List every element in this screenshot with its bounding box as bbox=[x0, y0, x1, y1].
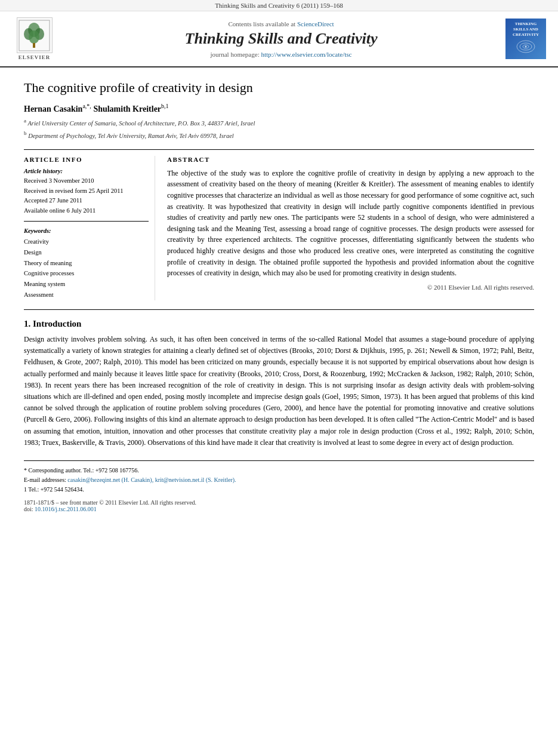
homepage-link[interactable]: http://www.elsevier.com/locate/tsc bbox=[261, 51, 352, 58]
tel1-label: 1 Tel.: +972 544 526434. bbox=[24, 486, 84, 493]
history-item-4: Available online 6 July 2011 bbox=[24, 206, 149, 216]
intro-section: 1. Introduction Design activity involves… bbox=[24, 319, 534, 448]
article-title: The cognitive profile of creativity in d… bbox=[24, 79, 534, 97]
svg-point-10 bbox=[525, 46, 526, 48]
history-item-2: Received in revised form 25 April 2011 bbox=[24, 186, 149, 196]
corresponding-author: * Corresponding author. Tel.: +972 508 1… bbox=[24, 466, 534, 475]
author-a-name: Hernan Casakin bbox=[24, 104, 82, 113]
affil-b-text: Department of Psychology, Tel Aviv Unive… bbox=[28, 132, 234, 139]
keywords-label: Keywords: bbox=[24, 228, 149, 234]
keyword-5: Meaning system bbox=[24, 279, 149, 290]
logo-box bbox=[17, 17, 53, 53]
banner-text: Thinking Skills and Creativity 6 (2011) … bbox=[215, 2, 343, 9]
history-item-1: Received 3 November 2010 bbox=[24, 176, 149, 186]
elsevier-label: ELSEVIER bbox=[19, 54, 51, 60]
section-divider bbox=[24, 309, 534, 310]
email-label: E-mail addresses: bbox=[24, 477, 66, 483]
journal-title: Thinking Skills and Creativity bbox=[63, 30, 500, 48]
elsevier-logo: ELSEVIER bbox=[12, 17, 57, 60]
affiliations: a Ariel University Center of Samaria, Sc… bbox=[24, 117, 534, 140]
cover-label: THINKINGSKILLS ANDCREATIVITY bbox=[511, 20, 541, 58]
svg-point-4 bbox=[29, 30, 39, 44]
contents-text: Contents lists available at bbox=[228, 20, 295, 27]
sciencedirect-link[interactable]: ScienceDirect bbox=[297, 20, 334, 27]
abstract-label: ABSTRACT bbox=[167, 156, 534, 163]
keyword-2: Design bbox=[24, 247, 149, 258]
elsevier-tree-icon bbox=[18, 19, 51, 52]
doi-link[interactable]: 10.1016/j.tsc.2011.06.001 bbox=[35, 506, 97, 512]
journal-center: Contents lists available at ScienceDirec… bbox=[57, 20, 505, 58]
history-item-3: Accepted 27 June 2011 bbox=[24, 196, 149, 206]
journal-homepage: journal homepage: http://www.elsevier.co… bbox=[63, 51, 500, 58]
corresponding-label: * Corresponding author. Tel.: +972 508 1… bbox=[24, 467, 139, 474]
contents-line: Contents lists available at ScienceDirec… bbox=[63, 20, 500, 27]
article-history-label: Article history: bbox=[24, 168, 149, 174]
affiliation-b: b Department of Psychology, Tel Aviv Uni… bbox=[24, 130, 534, 140]
top-banner: Thinking Skills and Creativity 6 (2011) … bbox=[0, 0, 558, 11]
main-content: The cognitive profile of creativity in d… bbox=[0, 67, 558, 524]
keyword-1: Creativity bbox=[24, 236, 149, 247]
affil-a-letter: a bbox=[24, 118, 26, 124]
homepage-label: journal homepage: bbox=[211, 51, 260, 58]
keyword-6: Assessment bbox=[24, 290, 149, 300]
svg-rect-5 bbox=[33, 43, 35, 48]
journal-header: ELSEVIER Contents lists available at Sci… bbox=[0, 11, 558, 67]
author-b-name: Shulamith Kreitler bbox=[93, 104, 161, 113]
copyright-line: © 2011 Elsevier Ltd. All rights reserved… bbox=[167, 284, 534, 291]
tel1-line: 1 Tel.: +972 544 526434. bbox=[24, 485, 534, 494]
page: Thinking Skills and Creativity 6 (2011) … bbox=[0, 0, 558, 756]
keywords-divider bbox=[24, 221, 149, 222]
affil-a-text: Ariel University Center of Samaria, Scho… bbox=[27, 120, 255, 127]
footer-bottom: 1871-1871/$ – see front matter © 2011 El… bbox=[24, 499, 534, 512]
abstract-text: The objective of the study was to explor… bbox=[167, 168, 534, 279]
intro-heading: 1. Introduction bbox=[24, 319, 534, 329]
email-link[interactable]: casakin@hezeqint.net (H. Casakin), krit@… bbox=[67, 477, 236, 483]
keyword-4: Cognitive processes bbox=[24, 268, 149, 279]
footer-section: * Corresponding author. Tel.: +972 508 1… bbox=[24, 460, 534, 512]
affil-b-letter: b bbox=[24, 130, 27, 136]
intro-paragraph-1: Design activity involves problem solving… bbox=[24, 334, 534, 448]
email-line: E-mail addresses: casakin@hezeqint.net (… bbox=[24, 475, 534, 485]
article-info-column: ARTICLE INFO Article history: Received 3… bbox=[24, 156, 155, 300]
keyword-3: Theory of meaning bbox=[24, 258, 149, 269]
article-info-abstract: ARTICLE INFO Article history: Received 3… bbox=[24, 156, 534, 300]
doi-label: doi: bbox=[24, 506, 33, 512]
affiliation-a: a Ariel University Center of Samaria, Sc… bbox=[24, 117, 534, 128]
header-divider bbox=[24, 149, 534, 150]
author-a-sup: a,*, bbox=[82, 103, 91, 109]
authors-line: Hernan Casakina,*, Shulamith Kreitlerb,1 bbox=[24, 103, 534, 114]
issn-line: 1871-1871/$ – see front matter © 2011 El… bbox=[24, 499, 534, 506]
doi-line: doi: 10.1016/j.tsc.2011.06.001 bbox=[24, 506, 534, 512]
author-b-sup: b,1 bbox=[161, 103, 169, 109]
article-info-label: ARTICLE INFO bbox=[24, 156, 149, 163]
journal-cover-image: THINKINGSKILLS ANDCREATIVITY bbox=[505, 19, 546, 59]
abstract-column: ABSTRACT The objective of the study was … bbox=[167, 156, 534, 300]
